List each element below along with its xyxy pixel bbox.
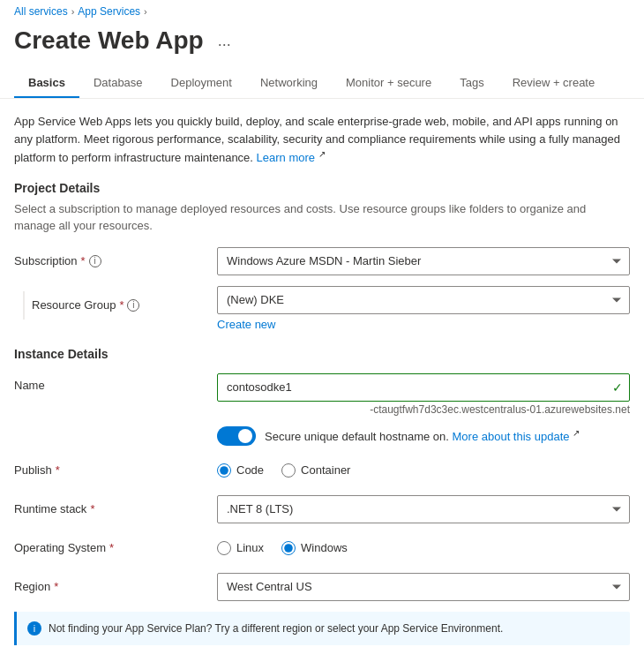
region-label: Region * — [14, 580, 217, 593]
region-select-wrapper: West Central US — [217, 573, 630, 601]
subdomain-text: -ctaugtfwh7d3c3ec.westcentralus-01.azure… — [217, 403, 630, 416]
create-new-link[interactable]: Create new — [217, 318, 275, 331]
breadcrumb-all-services[interactable]: All services — [14, 5, 68, 18]
publish-radio-group: Code Container — [217, 463, 630, 478]
name-row: Name ✓ -ctaugtfwh7d3c3ec.westcentralus-0… — [14, 373, 630, 416]
os-required: * — [109, 541, 114, 554]
tab-database[interactable]: Database — [79, 69, 157, 98]
project-details-desc: Select a subscription to manage deployed… — [14, 200, 630, 235]
name-input[interactable] — [217, 373, 630, 402]
runtime-stack-control: .NET 8 (LTS) — [217, 495, 630, 523]
os-windows-option[interactable]: Windows — [281, 541, 348, 555]
resource-group-label-wrapper: Resource Group * i — [14, 286, 217, 320]
publish-code-option[interactable]: Code — [217, 463, 264, 478]
toggle-slider — [217, 426, 256, 446]
learn-more-link[interactable]: Learn more — [257, 151, 315, 164]
instance-details-divider: Instance Details — [14, 347, 630, 361]
resource-group-info-icon[interactable]: i — [127, 299, 139, 312]
resource-group-indent: Resource Group * i — [23, 291, 139, 320]
publish-row: Publish * Code Container — [14, 456, 630, 485]
resource-group-select[interactable]: (New) DKE — [217, 286, 630, 314]
page-header: Create Web App ... — [0, 23, 644, 69]
resource-group-control: (New) DKE Create new — [217, 286, 630, 331]
tabs-bar: Basics Database Deployment Networking Mo… — [0, 69, 644, 99]
runtime-stack-label: Runtime stack * — [14, 502, 217, 515]
tab-networking[interactable]: Networking — [246, 69, 332, 98]
tab-monitor[interactable]: Monitor + secure — [332, 69, 446, 98]
tab-review[interactable]: Review + create — [498, 69, 610, 98]
publish-required: * — [56, 463, 60, 477]
external-link-icon-2: ↗ — [573, 428, 580, 438]
resource-group-select-wrapper: (New) DKE — [217, 286, 630, 314]
subscription-select-wrapper: Windows Azure MSDN - Martin Sieber — [217, 247, 630, 275]
runtime-stack-row: Runtime stack * .NET 8 (LTS) — [14, 495, 630, 523]
runtime-stack-select[interactable]: .NET 8 (LTS) — [217, 495, 630, 523]
resource-group-required: * — [119, 298, 124, 312]
name-input-wrapper: ✓ — [217, 373, 630, 402]
info-box-icon: i — [27, 621, 41, 636]
publish-container-radio[interactable] — [281, 463, 296, 478]
name-control: ✓ -ctaugtfwh7d3c3ec.westcentralus-01.azu… — [217, 373, 630, 416]
external-link-icon: ↗ — [318, 149, 326, 159]
publish-label: Publish * — [14, 463, 217, 477]
subscription-row: Subscription * i Windows Azure MSDN - Ma… — [14, 247, 630, 275]
subscription-label: Subscription * i — [14, 254, 217, 267]
info-box-text: Not finding your App Service Plan? Try a… — [49, 621, 503, 636]
tab-deployment[interactable]: Deployment — [157, 69, 246, 98]
publish-container-option[interactable]: Container — [281, 463, 350, 478]
publish-control: Code Container — [217, 463, 630, 478]
name-label: Name — [14, 373, 217, 392]
project-details-title: Project Details — [14, 181, 630, 195]
region-required: * — [54, 580, 58, 593]
breadcrumb: All services › App Services › — [0, 0, 644, 23]
os-linux-option[interactable]: Linux — [217, 541, 264, 555]
os-row: Operating System * Linux Windows — [14, 534, 630, 562]
resource-group-row: Resource Group * i (New) DKE Create new — [14, 286, 630, 331]
runtime-stack-required: * — [90, 502, 94, 515]
runtime-stack-select-wrapper: .NET 8 (LTS) — [217, 495, 630, 523]
secure-hostname-toggle[interactable] — [217, 426, 256, 446]
page-title: Create Web App — [14, 26, 204, 55]
publish-code-radio[interactable] — [217, 463, 231, 478]
info-box: i Not finding your App Service Plan? Try… — [14, 612, 630, 645]
os-control: Linux Windows — [217, 541, 630, 555]
os-linux-radio[interactable] — [217, 541, 231, 555]
tab-basics[interactable]: Basics — [14, 69, 79, 98]
os-label: Operating System * — [14, 541, 217, 554]
instance-details-title: Instance Details — [14, 347, 630, 361]
name-checkmark-icon: ✓ — [612, 380, 623, 395]
subscription-info-icon[interactable]: i — [89, 255, 101, 267]
subscription-control: Windows Azure MSDN - Martin Sieber — [217, 247, 630, 275]
subscription-required: * — [81, 254, 86, 267]
region-row: Region * West Central US — [14, 573, 630, 601]
region-select[interactable]: West Central US — [217, 573, 630, 601]
subscription-select[interactable]: Windows Azure MSDN - Martin Sieber — [217, 247, 630, 275]
breadcrumb-sep-2: › — [144, 6, 147, 17]
page-description: App Service Web Apps lets you quickly bu… — [14, 113, 630, 167]
tab-tags[interactable]: Tags — [446, 69, 498, 98]
os-radio-group: Linux Windows — [217, 541, 630, 555]
breadcrumb-app-services[interactable]: App Services — [78, 5, 140, 18]
secure-hostname-row: Secure unique default hostname on. More … — [14, 426, 630, 446]
main-content: App Service Web Apps lets you quickly bu… — [0, 99, 644, 659]
breadcrumb-sep-1: › — [71, 6, 75, 17]
ellipsis-button[interactable]: ... — [213, 30, 236, 52]
secure-hostname-label: Secure unique default hostname on. More … — [265, 428, 580, 443]
secure-hostname-link[interactable]: More about this update — [453, 430, 570, 443]
os-windows-radio[interactable] — [281, 541, 296, 555]
region-control: West Central US — [217, 573, 630, 601]
